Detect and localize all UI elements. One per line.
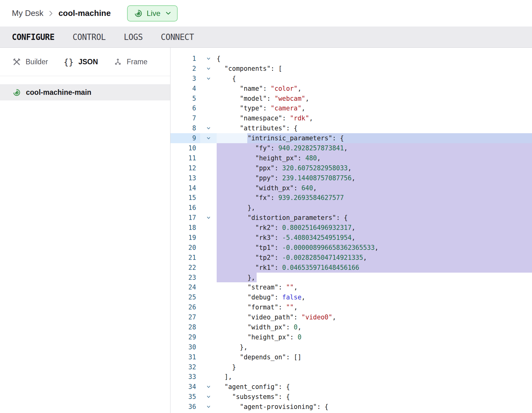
fold-gutter bbox=[200, 302, 217, 312]
line-number: 16 bbox=[170, 203, 200, 213]
code-line-text: "model": "webcam", bbox=[217, 95, 309, 102]
code-text[interactable]: "type": "camera", bbox=[217, 103, 532, 113]
mode-json[interactable]: {} JSON bbox=[64, 58, 98, 66]
selection-highlight bbox=[217, 203, 532, 213]
fold-gutter bbox=[200, 243, 217, 253]
breadcrumb-root-link[interactable]: My Desk bbox=[12, 8, 43, 18]
code-text[interactable]: "debug": false, bbox=[217, 292, 532, 302]
code-text[interactable]: "rk2": 0.8002516496932317, bbox=[217, 223, 532, 233]
mode-builder[interactable]: Builder bbox=[12, 58, 48, 66]
code-text[interactable]: "intrinsic_parameters": { bbox=[217, 133, 532, 143]
mode-frame[interactable]: Frame bbox=[114, 58, 147, 66]
json-code-editor[interactable]: 1{2 "components": [3 {4 "name": "color",… bbox=[170, 48, 532, 413]
fold-chevron-icon[interactable] bbox=[200, 123, 217, 133]
tab-configure[interactable]: CONFIGURE bbox=[12, 32, 54, 42]
code-line: 34 "agent_config": { bbox=[170, 382, 532, 392]
live-status-dropdown[interactable]: Live bbox=[127, 5, 178, 22]
fold-gutter bbox=[200, 282, 217, 292]
fold-chevron-icon[interactable] bbox=[200, 74, 217, 84]
code-text[interactable]: "depends_on": [] bbox=[217, 352, 532, 362]
line-number: 8 bbox=[170, 123, 200, 133]
code-line: 19 "rk3": -5.408034254951954, bbox=[170, 233, 532, 243]
fold-gutter bbox=[200, 163, 217, 173]
code-line-text: "components": [ bbox=[217, 65, 282, 72]
frame-axes-icon bbox=[114, 58, 122, 66]
code-text[interactable]: "stream": "", bbox=[217, 282, 532, 292]
code-line: 1{ bbox=[170, 54, 532, 64]
line-number: 36 bbox=[170, 402, 200, 412]
line-number: 27 bbox=[170, 312, 200, 322]
code-text[interactable]: "height_px": 480, bbox=[217, 153, 532, 163]
code-line: 33 ], bbox=[170, 372, 532, 382]
fold-gutter bbox=[200, 332, 217, 342]
code-line-text: "debug": false, bbox=[217, 294, 305, 301]
code-line: 18 "rk2": 0.8002516496932317, bbox=[170, 223, 532, 233]
code-text[interactable]: "fy": 940.2928257873841, bbox=[217, 143, 532, 153]
code-text[interactable]: { bbox=[217, 54, 532, 64]
code-line: 32 } bbox=[170, 362, 532, 372]
code-line-text: "agent-provisioning": { bbox=[217, 403, 328, 411]
code-line-text: "height_px": 480, bbox=[217, 154, 321, 162]
fold-chevron-icon[interactable] bbox=[200, 382, 217, 392]
code-text[interactable]: "ppx": 320.6075282958033, bbox=[217, 163, 532, 173]
code-text[interactable]: "components": [ bbox=[217, 64, 532, 74]
code-text[interactable]: "height_px": 0 bbox=[217, 332, 532, 342]
code-line-text: "rk1": 0.046535971648456166 bbox=[217, 264, 359, 271]
code-text[interactable]: "width_px": 640, bbox=[217, 183, 532, 193]
code-text[interactable]: "rk1": 0.046535971648456166 bbox=[217, 263, 532, 273]
code-text[interactable]: "video_path": "video0", bbox=[217, 312, 532, 322]
code-line: 26 "format": "", bbox=[170, 302, 532, 312]
code-text[interactable]: "rk3": -5.408034254951954, bbox=[217, 233, 532, 243]
machine-online-icon bbox=[12, 88, 21, 97]
code-text[interactable]: "fx": 939.2693584627577 bbox=[217, 193, 532, 203]
code-text[interactable]: "ppy": 239.14408757087756, bbox=[217, 173, 532, 183]
fold-gutter bbox=[200, 193, 217, 203]
code-text[interactable]: "width_px": 0, bbox=[217, 322, 532, 332]
fold-gutter bbox=[200, 143, 217, 153]
line-number: 6 bbox=[170, 103, 200, 113]
code-text[interactable]: ], bbox=[217, 372, 532, 382]
machine-part-row-selected[interactable]: cool-machine-main bbox=[0, 84, 170, 100]
code-line: 27 "video_path": "video0", bbox=[170, 312, 532, 322]
line-number: 20 bbox=[170, 243, 200, 253]
code-text[interactable]: "name": "color", bbox=[217, 84, 532, 94]
code-text[interactable]: "model": "webcam", bbox=[217, 94, 532, 104]
fold-chevron-icon[interactable] bbox=[200, 402, 217, 412]
code-line-text: "intrinsic_parameters": { bbox=[217, 134, 344, 142]
code-text[interactable]: "attributes": { bbox=[217, 123, 532, 133]
code-text[interactable]: "agent-provisioning": { bbox=[217, 402, 532, 412]
code-text[interactable]: "format": "", bbox=[217, 302, 532, 312]
tab-connect[interactable]: CONNECT bbox=[161, 32, 194, 42]
code-line: 15 "fx": 939.2693584627577 bbox=[170, 193, 532, 203]
fold-chevron-icon[interactable] bbox=[200, 64, 217, 74]
code-text[interactable]: }, bbox=[217, 203, 532, 213]
fold-gutter bbox=[200, 223, 217, 233]
code-text[interactable]: }, bbox=[217, 342, 532, 352]
code-line-text: "fy": 940.2928257873841, bbox=[217, 144, 348, 152]
code-text[interactable]: "namespace": "rdk", bbox=[217, 113, 532, 123]
fold-gutter bbox=[200, 233, 217, 243]
code-line: 21 "tp2": -0.002828504714921335, bbox=[170, 253, 532, 263]
code-text[interactable]: "tp2": -0.002828504714921335, bbox=[217, 253, 532, 263]
code-line: 16 }, bbox=[170, 203, 532, 213]
fold-chevron-icon[interactable] bbox=[200, 133, 217, 143]
code-text[interactable]: "tp1": -0.000008996658362365533, bbox=[217, 243, 532, 253]
code-text[interactable]: "subsystems": { bbox=[217, 392, 532, 402]
code-line: 20 "tp1": -0.000008996658362365533, bbox=[170, 243, 532, 253]
fold-chevron-icon[interactable] bbox=[200, 392, 217, 402]
code-text[interactable]: "distortion_parameters": { bbox=[217, 213, 532, 223]
line-number: 25 bbox=[170, 292, 200, 302]
tab-logs[interactable]: LOGS bbox=[124, 32, 143, 42]
code-text[interactable]: "agent_config": { bbox=[217, 382, 532, 392]
fold-chevron-icon[interactable] bbox=[200, 54, 217, 64]
braces-icon: {} bbox=[64, 58, 74, 66]
code-text[interactable]: { bbox=[217, 74, 532, 84]
code-text[interactable]: } bbox=[217, 362, 532, 372]
fold-chevron-icon[interactable] bbox=[200, 213, 217, 223]
code-line: 17 "distortion_parameters": { bbox=[170, 213, 532, 223]
main-content: Builder {} JSON Frame bbox=[0, 48, 532, 413]
code-line: 9 "intrinsic_parameters": { bbox=[170, 133, 532, 143]
code-text[interactable]: }, bbox=[217, 273, 532, 283]
tab-control[interactable]: CONTROL bbox=[72, 32, 106, 42]
line-number: 5 bbox=[170, 94, 200, 104]
